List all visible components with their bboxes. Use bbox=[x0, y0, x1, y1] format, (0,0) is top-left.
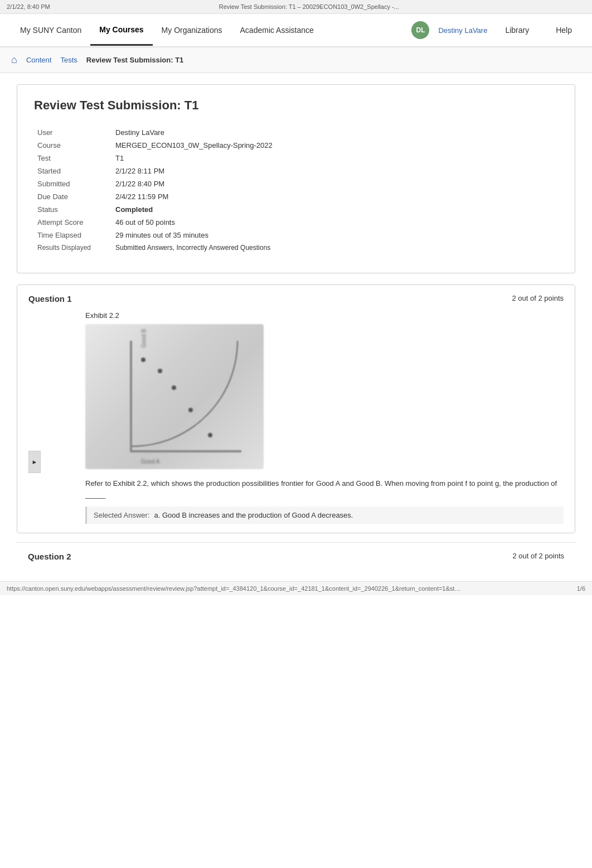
attempt-score-value: 46 out of 50 points bbox=[112, 216, 558, 229]
question-1-block: Question 1 2 out of 2 points ► Exhibit 2… bbox=[17, 284, 575, 533]
question-1-title: Question 1 bbox=[28, 294, 72, 303]
question-2-header: Question 2 2 out of 2 points bbox=[17, 542, 575, 570]
started-value: 2/1/22 8:11 PM bbox=[112, 165, 558, 177]
question-1-panel: ► Exhibit 2.2 Good bbox=[28, 311, 564, 524]
question-2-title: Question 2 bbox=[28, 552, 71, 561]
course-value: MERGED_ECON103_0W_Spellacy-Spring-2022 bbox=[112, 139, 558, 152]
breadcrumb: ⌂ Content Tests Review Test Submission: … bbox=[0, 47, 592, 73]
nav-help[interactable]: Help bbox=[547, 16, 581, 45]
info-row-user: User Destiny LaVare bbox=[34, 126, 558, 139]
nav-library[interactable]: Library bbox=[496, 16, 538, 45]
test-value: T1 bbox=[112, 152, 558, 165]
info-row-attempt-score: Attempt Score 46 out of 50 points bbox=[34, 216, 558, 229]
course-label: Course bbox=[34, 139, 112, 152]
avatar: DL bbox=[411, 21, 429, 39]
user-label: User bbox=[34, 126, 112, 139]
breadcrumb-content[interactable]: Content bbox=[26, 56, 52, 64]
info-row-time: Time Elapsed 29 minutes out of 35 minute… bbox=[34, 229, 558, 242]
question-1-content: Exhibit 2.2 Good A Good B bbox=[52, 311, 564, 524]
attempt-score-label: Attempt Score bbox=[34, 216, 112, 229]
results-displayed-value: Submitted Answers, Incorrectly Answered … bbox=[112, 242, 558, 254]
question-2-points: 2 out of 2 points bbox=[512, 552, 564, 561]
timestamp: 2/1/22, 8:40 PM bbox=[7, 3, 50, 10]
time-elapsed-label: Time Elapsed bbox=[34, 229, 112, 242]
breadcrumb-current: Review Test Submission: T1 bbox=[86, 56, 184, 64]
info-table: User Destiny LaVare Course MERGED_ECON10… bbox=[34, 126, 558, 254]
info-row-submitted: Submitted 2/1/22 8:40 PM bbox=[34, 177, 558, 190]
footer-bar: https://canton.open.suny.edu/webapps/ass… bbox=[0, 581, 592, 595]
status-value: Completed bbox=[112, 203, 558, 216]
tab-title: Review Test Submission: T1 – 20029ECON10… bbox=[219, 3, 399, 10]
question-1-text: Refer to Exhibit 2.2, which shows the pr… bbox=[85, 478, 564, 500]
selected-answer-1: Selected Answer: a. Good B increases and… bbox=[85, 507, 564, 524]
due-date-value: 2/4/22 11:59 PM bbox=[112, 190, 558, 203]
started-label: Started bbox=[34, 165, 112, 177]
home-icon[interactable]: ⌂ bbox=[11, 54, 17, 66]
submitted-label: Submitted bbox=[34, 177, 112, 190]
breadcrumb-tests[interactable]: Tests bbox=[60, 56, 77, 64]
review-title: Review Test Submission: T1 bbox=[34, 98, 558, 113]
nav-my-suny-canton[interactable]: My SUNY Canton bbox=[11, 16, 90, 45]
info-row-due: Due Date 2/4/22 11:59 PM bbox=[34, 190, 558, 203]
info-row-results: Results Displayed Submitted Answers, Inc… bbox=[34, 242, 558, 254]
info-row-test: Test T1 bbox=[34, 152, 558, 165]
submitted-value: 2/1/22 8:40 PM bbox=[112, 177, 558, 190]
nav-my-courses[interactable]: My Courses bbox=[90, 15, 152, 46]
footer-page: 1/6 bbox=[577, 585, 585, 592]
nav-my-organizations[interactable]: My Organizations bbox=[153, 16, 231, 45]
chart-image: Good A Good B bbox=[85, 324, 264, 469]
nav-bar: My SUNY Canton My Courses My Organizatio… bbox=[0, 14, 592, 47]
main-content: Review Test Submission: T1 User Destiny … bbox=[0, 73, 592, 581]
info-row-status: Status Completed bbox=[34, 203, 558, 216]
chart-curve bbox=[132, 341, 238, 447]
info-row-started: Started 2/1/22 8:11 PM bbox=[34, 165, 558, 177]
review-info-box: Review Test Submission: T1 User Destiny … bbox=[17, 84, 575, 273]
question-1-points: 2 out of 2 points bbox=[512, 294, 564, 302]
nav-user-area: DL Destiny LaVare Library Help bbox=[411, 16, 581, 45]
test-label: Test bbox=[34, 152, 112, 165]
results-displayed-label: Results Displayed bbox=[34, 242, 112, 254]
selected-answer-label: Selected Answer: bbox=[94, 511, 149, 519]
exhibit-area: Exhibit 2.2 Good A Good B bbox=[85, 311, 564, 469]
exhibit-label: Exhibit 2.2 bbox=[85, 311, 564, 320]
user-name-link[interactable]: Destiny LaVare bbox=[438, 26, 487, 35]
footer-url: https://canton.open.suny.edu/webapps/ass… bbox=[7, 585, 460, 592]
time-elapsed-value: 29 minutes out of 35 minutes bbox=[112, 229, 558, 242]
question-1-header: Question 1 2 out of 2 points bbox=[28, 294, 564, 303]
selected-answer-value: a. Good B increases and the production o… bbox=[154, 511, 353, 519]
info-row-course: Course MERGED_ECON103_0W_Spellacy-Spring… bbox=[34, 139, 558, 152]
browser-bar: 2/1/22, 8:40 PM Review Test Submission: … bbox=[0, 0, 592, 14]
collapse-arrow[interactable]: ► bbox=[28, 451, 41, 473]
due-date-label: Due Date bbox=[34, 190, 112, 203]
status-label: Status bbox=[34, 203, 112, 216]
user-value: Destiny LaVare bbox=[112, 126, 558, 139]
nav-academic-assistance[interactable]: Academic Assistance bbox=[231, 16, 323, 45]
